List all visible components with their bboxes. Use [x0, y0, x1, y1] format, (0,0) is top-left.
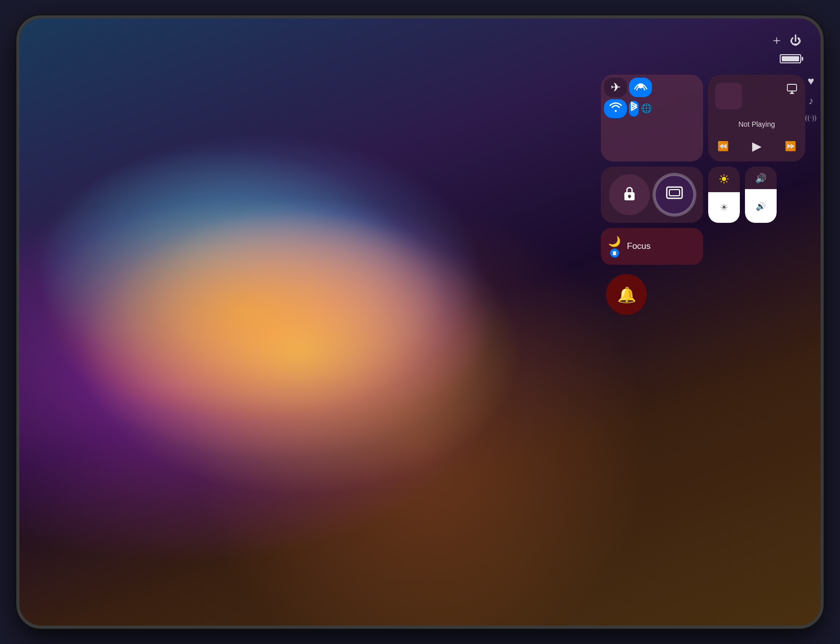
ipad-frame: + ⏻ ✈ [16, 15, 824, 629]
screen-mirror-button[interactable] [654, 174, 695, 215]
lock-mirror-group [601, 167, 703, 223]
airplane-mode-button[interactable]: ✈ [604, 78, 627, 97]
wifi-button[interactable] [604, 99, 627, 119]
bluetooth-icon [630, 101, 638, 117]
svg-line-15 [726, 176, 727, 177]
globe-icon: 🌐 [641, 103, 652, 114]
play-button[interactable]: ▶ [752, 139, 761, 153]
volume-slider[interactable]: 🔊 🔊 [745, 167, 777, 223]
control-center: ✈ [601, 75, 805, 280]
signal-icon[interactable]: ((·)) [805, 114, 816, 122]
battery-icon [780, 54, 801, 63]
volume-icon: 🔊 [756, 201, 766, 211]
now-playing-widget[interactable]: Not Playing ⏪ ▶ ⏩ [708, 75, 805, 162]
far-right-sidebar: ♥ ♪ ((·)) [805, 75, 816, 122]
focus-badge: 📋 [610, 248, 619, 258]
screen-lock-button[interactable] [609, 174, 650, 215]
fast-forward-button[interactable]: ⏩ [785, 141, 796, 152]
connectivity-inner: ✈ [604, 78, 652, 118]
focus-row: 🌙 📋 Focus [601, 228, 805, 265]
screen-mirror-icon [665, 186, 684, 204]
airplay-button[interactable] [786, 83, 798, 98]
bell-row: 🔔 [601, 270, 805, 280]
album-art [715, 83, 742, 109]
now-playing-top [715, 83, 798, 109]
airdrop-icon [634, 79, 648, 96]
bluetooth-button[interactable] [629, 101, 639, 117]
bell-icon: 🔔 [617, 286, 636, 304]
svg-line-9 [726, 181, 727, 182]
focus-button[interactable]: 🌙 📋 Focus [601, 228, 703, 265]
bell-button[interactable]: 🔔 [606, 274, 647, 315]
focus-label: Focus [627, 241, 650, 251]
moon-icon: 🌙 [608, 235, 621, 247]
svg-rect-1 [787, 84, 797, 91]
add-button[interactable]: + [773, 33, 781, 49]
volume-fill: 🔊 [745, 189, 777, 223]
lock-icon [622, 185, 637, 205]
focus-icon-area: 🌙 📋 [608, 235, 621, 258]
power-button[interactable]: ⏻ [790, 34, 801, 48]
brightness-slider[interactable]: ☀ [708, 167, 740, 223]
cellular-button[interactable]: 🌐 [641, 103, 652, 114]
svg-point-7 [722, 177, 726, 181]
bt-globe-pair: 🌐 [629, 99, 652, 119]
svg-line-11 [721, 181, 722, 182]
brightness-icon: ☀ [720, 202, 728, 213]
brightness-sun-icon [719, 174, 729, 187]
svg-rect-4 [629, 196, 630, 198]
control-center-row2: ☀ 🔊 🔊 [601, 167, 805, 223]
rewind-button[interactable]: ⏪ [717, 141, 729, 152]
airdrop-button[interactable] [629, 78, 652, 97]
heart-icon[interactable]: ♥ [807, 75, 814, 88]
svg-line-13 [721, 176, 722, 177]
svg-rect-6 [669, 190, 680, 196]
control-center-row1: ✈ [601, 75, 805, 162]
battery-indicator [780, 54, 801, 63]
battery-fill [782, 56, 799, 61]
connectivity-group: ✈ [601, 75, 703, 162]
brightness-fill: ☀ [708, 192, 740, 223]
wifi-icon [609, 101, 623, 117]
top-right-controls: + ⏻ [773, 33, 801, 49]
volume-icon-top: 🔊 [755, 173, 766, 184]
airplane-icon: ✈ [611, 80, 621, 95]
music-note-icon[interactable]: ♪ [808, 95, 813, 107]
now-playing-controls: ⏪ ▶ ⏩ [715, 139, 798, 153]
now-playing-title: Not Playing [715, 120, 798, 128]
